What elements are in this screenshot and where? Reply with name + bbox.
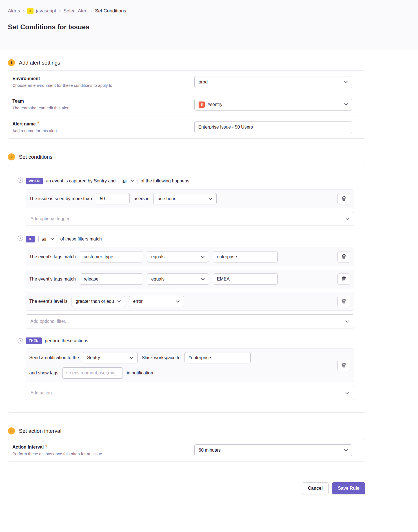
alert-name-label-text: Alert name (12, 122, 36, 126)
chevron-down-icon (344, 449, 348, 452)
then-badge: THEN (26, 337, 42, 344)
tag-value-input[interactable] (213, 251, 278, 262)
chevron-down-icon (131, 180, 134, 182)
if-aggregate-value: all (42, 237, 46, 242)
level-value-select[interactable]: error (129, 296, 184, 307)
chevron-right-separator: › (59, 8, 61, 14)
add-action-placeholder: Add action... (30, 390, 55, 396)
delete-filter-button[interactable] (337, 251, 350, 262)
conditions-body: WHEN an event is captured by Sentry and … (8, 165, 365, 412)
slack-workspace-value: Sentry (87, 355, 100, 360)
team-help: The team that can edit this alert. (12, 106, 71, 110)
breadcrumb-alerts[interactable]: Alerts (8, 8, 20, 14)
team-row: Team The team that can edit this alert. … (8, 93, 365, 116)
alert-name-labels: Alert name Add a name for this alert (12, 122, 57, 133)
action-text-tags: and show tags (29, 370, 58, 376)
then-text: perform these actions (45, 338, 88, 343)
alert-name-row: Alert name Add a name for this alert (8, 116, 365, 138)
chevron-down-icon (345, 218, 349, 220)
tag-operator-select[interactable]: equals (147, 273, 209, 285)
trash-icon (342, 276, 346, 282)
filter-row-level: The event's level is greater than or equ… (26, 292, 354, 311)
step2-title: Set conditions (19, 154, 52, 160)
team-labels: Team The team that can edit this alert. (12, 99, 71, 110)
if-badge-line: IF all of these filters match (26, 235, 354, 243)
add-optional-filter-select[interactable]: Add optional filter... (26, 314, 354, 328)
add-optional-trigger-select[interactable]: Add optional trigger... (26, 212, 354, 226)
chevron-down-icon (201, 278, 205, 281)
main-content: 1 Add alert settings Environment Choose … (8, 59, 365, 504)
alert-name-input[interactable] (194, 121, 352, 133)
delete-trigger-button[interactable] (337, 193, 350, 204)
step1-header: 1 Add alert settings (8, 59, 365, 66)
add-action-select[interactable]: Add action... (26, 386, 354, 400)
action-text-before: Send a notification to the (29, 355, 79, 360)
delete-action-button[interactable] (337, 360, 350, 371)
step2-header: 2 Set conditions (8, 153, 365, 160)
delete-filter-button[interactable] (337, 273, 350, 285)
user-count-input[interactable] (96, 193, 130, 204)
step1-number-badge: 1 (8, 59, 15, 66)
team-control: S #sentry (194, 99, 352, 111)
chevron-down-icon (208, 198, 212, 200)
team-select[interactable]: S #sentry (194, 99, 352, 111)
action-text-middle: Slack workspace to (142, 355, 181, 360)
then-badge-line: THEN perform these actions (26, 337, 354, 344)
action-lines: Send a notification to the Sentry Slack … (29, 352, 251, 379)
action-interval-label-text: Action Interval (12, 445, 44, 449)
environment-help: Choose an environment for these conditio… (12, 83, 112, 88)
breadcrumb-project-label: javascript (36, 8, 56, 14)
then-group: THEN perform these actions Send a notifi… (8, 337, 354, 400)
tag-operator-select[interactable]: equals (147, 251, 209, 262)
alert-settings-card: Environment Choose an environment for th… (8, 70, 365, 139)
if-aggregate-select[interactable]: all (38, 235, 57, 243)
notification-tags-input[interactable] (62, 367, 123, 379)
chevron-circle-icon (17, 235, 23, 241)
slack-channel-input[interactable] (184, 352, 251, 363)
delete-filter-button[interactable] (337, 296, 350, 307)
environment-select[interactable]: prod (194, 76, 352, 88)
if-text: of these filters match (60, 237, 102, 242)
tag-key-input[interactable] (80, 273, 143, 285)
conditions-card: WHEN an event is captured by Sentry and … (8, 165, 365, 413)
when-post-text: of the following happens (141, 178, 189, 184)
step3-header: 3 Set action interval (8, 427, 365, 434)
tag-value-input[interactable] (213, 273, 278, 285)
trash-icon (342, 254, 346, 260)
when-aggregate-value: all (122, 179, 126, 184)
breadcrumb-select-alert[interactable]: Select Alert (63, 8, 88, 14)
chevron-down-icon (344, 103, 348, 106)
chevron-circle-icon (17, 338, 23, 344)
trash-icon (342, 363, 346, 368)
chevron-down-icon (51, 238, 54, 240)
team-avatar: S (199, 101, 205, 108)
javascript-platform-icon: JS (27, 8, 34, 14)
when-badge: WHEN (26, 178, 43, 184)
team-select-value: #sentry (208, 102, 222, 107)
save-rule-button[interactable]: Save Rule (332, 482, 365, 494)
required-indicator (45, 445, 47, 447)
filter-row-tags-1: The event's tags match equals (26, 248, 354, 266)
action-interval-help: Perform these actions once this often fo… (12, 452, 102, 456)
environment-control: prod (194, 76, 352, 88)
when-aggregate-select[interactable]: all (119, 177, 137, 185)
when-row-text-middle: users in (134, 196, 149, 201)
level-operator-select[interactable]: greater than or equ (72, 296, 125, 307)
add-optional-filter-placeholder: Add optional filter... (30, 319, 69, 324)
chevron-down-icon (201, 256, 205, 258)
step3-number-badge: 3 (8, 427, 15, 434)
cancel-button[interactable]: Cancel (302, 482, 328, 494)
slack-workspace-select[interactable]: Sentry (83, 352, 138, 363)
action-interval-labels: Action Interval Perform these actions on… (12, 445, 102, 456)
time-interval-select[interactable]: one hour (153, 193, 217, 204)
breadcrumb-project[interactable]: JS javascript (27, 8, 56, 14)
step3-title: Set action interval (19, 428, 61, 434)
action-interval-select[interactable]: 60 minutes (194, 444, 352, 456)
tag-key-input[interactable] (80, 251, 143, 262)
level-value: error (133, 299, 143, 304)
chevron-right-separator: › (90, 8, 92, 14)
add-optional-trigger-placeholder: Add optional trigger... (30, 216, 73, 221)
chevron-circle-icon (17, 177, 23, 183)
step2-number-badge: 2 (8, 153, 15, 160)
filter-label: The event's tags match (29, 254, 76, 259)
